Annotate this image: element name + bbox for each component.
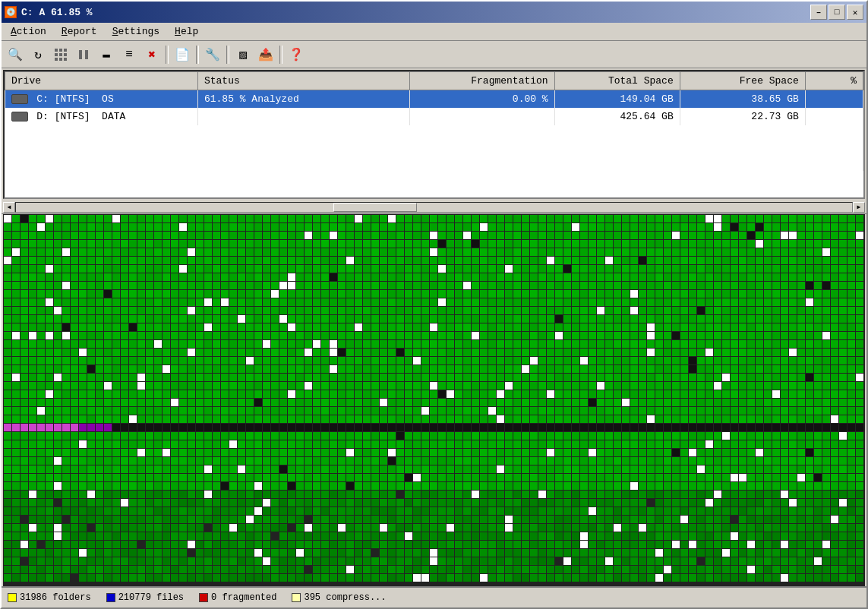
svg-rect-8 [64, 58, 67, 61]
defrag-canvas [3, 214, 865, 586]
table-row[interactable]: C: [NTFS] OS 61.85 % Analyzed 0.00 % 149… [5, 90, 863, 109]
menu-action[interactable]: Action [5, 24, 52, 39]
folders-color-box [8, 593, 17, 602]
drive-table[interactable]: Drive Status Fragmentation Total Space F… [3, 70, 865, 199]
drive-total: 425.64 GB [554, 108, 680, 125]
h-scrollbar[interactable] [15, 202, 853, 213]
scroll-left-button[interactable]: ◀ [3, 202, 15, 213]
stop-button[interactable]: ✖ [141, 44, 163, 65]
drive-free: 22.73 GB [680, 108, 805, 125]
col-header-free: Free Space [680, 72, 805, 90]
drive-label: C: [NTFS] OS [5, 90, 198, 109]
sep3 [226, 46, 229, 64]
status-compressed: 395 compress... [292, 592, 386, 603]
drive-frag [410, 108, 554, 125]
fragmented-label: 0 fragmented [211, 592, 276, 603]
title-bar-left: 💿 C: A 61.85 % [5, 6, 93, 18]
export-button[interactable]: 📤 [255, 44, 276, 65]
files-color-box [106, 593, 115, 602]
toolbar: 🔍 ↻ ▬ ≡ ✖ 📄 🔧 ▨ 📤 ❓ [2, 41, 866, 68]
drive-frag: 0.00 % [410, 90, 554, 109]
title-buttons: – □ ✕ [810, 5, 863, 20]
report-button[interactable]: 📄 [172, 44, 193, 65]
menu-bar: Action Report Settings Help [2, 23, 866, 41]
fragmented-color-box [199, 593, 208, 602]
pause-button[interactable] [73, 44, 94, 65]
main-window: 💿 C: A 61.85 % – □ ✕ Action Report Setti… [0, 0, 868, 609]
restore-button[interactable]: □ [829, 5, 845, 20]
status-fragmented: 0 fragmented [199, 592, 276, 603]
status-folders: 31986 folders [8, 592, 91, 603]
h-scrollbar-thumb [333, 203, 417, 212]
svg-rect-2 [64, 49, 67, 52]
compressed-color-box [292, 593, 301, 602]
h-scrollbar-container: ◀ ▶ [2, 200, 866, 214]
drive-pct [805, 90, 863, 109]
svg-rect-0 [55, 49, 58, 52]
defrag-grid-button[interactable] [50, 44, 71, 65]
col-header-frag: Fragmentation [410, 72, 554, 90]
analyze-button[interactable]: 🔍 [5, 44, 26, 65]
sep4 [279, 46, 282, 64]
col-header-drive: Drive [5, 72, 198, 90]
svg-rect-7 [59, 58, 62, 61]
status-bar: 31986 folders 210779 files 0 fragmented … [2, 586, 866, 607]
files-label: 210779 files [118, 592, 184, 603]
menu-report[interactable]: Report [55, 24, 103, 39]
scroll-right-button[interactable]: ▶ [853, 202, 865, 213]
compressed-label: 395 compress... [304, 592, 386, 603]
drive-free: 38.65 GB [680, 90, 805, 109]
stop-view-button[interactable]: ▬ [96, 44, 117, 65]
sep1 [166, 46, 169, 64]
svg-rect-4 [59, 53, 62, 56]
col-header-pct: % [805, 72, 863, 90]
drive-pct [805, 108, 863, 125]
drive-total: 149.04 GB [554, 90, 680, 109]
refresh-button[interactable]: ↻ [27, 44, 49, 65]
svg-rect-1 [59, 49, 62, 52]
drive-status: 61.85 % Analyzed [197, 90, 409, 109]
minimize-button[interactable]: – [810, 5, 827, 20]
menu-help[interactable]: Help [169, 24, 204, 39]
list-button[interactable]: ≡ [118, 44, 140, 65]
drive-status [197, 108, 409, 125]
window-title: C: A 61.85 % [21, 7, 93, 18]
svg-rect-10 [85, 50, 88, 59]
defrag-map [3, 214, 865, 586]
svg-rect-3 [55, 53, 58, 56]
folders-label: 31986 folders [20, 592, 91, 603]
close-button[interactable]: ✕ [847, 5, 863, 20]
svg-rect-9 [79, 50, 82, 59]
help-button[interactable]: ❓ [286, 44, 307, 65]
svg-rect-5 [64, 53, 67, 56]
svg-rect-6 [55, 58, 58, 61]
menu-settings[interactable]: Settings [106, 24, 166, 39]
main-content: Drive Status Fragmentation Total Space F… [2, 68, 866, 607]
col-header-total: Total Space [554, 72, 680, 90]
title-bar: 💿 C: A 61.85 % – □ ✕ [2, 2, 866, 23]
drives-list: Drive Status Fragmentation Total Space F… [5, 71, 863, 171]
sep2 [196, 46, 199, 64]
drive-label: D: [NTFS] DATA [5, 108, 198, 125]
status-files: 210779 files [106, 592, 184, 603]
settings-button[interactable]: 🔧 [202, 44, 223, 65]
table-row-empty [5, 125, 863, 171]
app-icon: 💿 [5, 6, 17, 18]
defrag2-button[interactable]: ▨ [232, 44, 254, 65]
table-row[interactable]: D: [NTFS] DATA 425.64 GB 22.73 GB [5, 108, 863, 125]
col-header-status: Status [197, 72, 409, 90]
